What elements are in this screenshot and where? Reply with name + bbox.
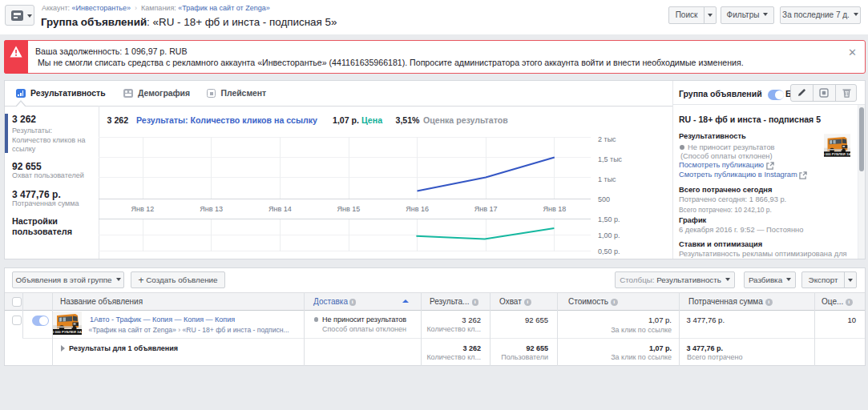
svg-text:Янв 12: Янв 12 <box>131 205 155 213</box>
svg-text:1 тыс: 1 тыс <box>598 175 616 183</box>
svg-text:1,5 тыс: 1,5 тыс <box>598 155 623 163</box>
svg-text:70 000 РУБЛЕЙ ЗА 1: 70 000 РУБЛЕЙ ЗА 1 <box>53 330 82 334</box>
svg-text:Янв 14: Янв 14 <box>268 205 292 213</box>
svg-text:70 000 РУБЛЕЙ ЗА 1: 70 000 РУБЛЕЙ ЗА 1 <box>824 152 850 156</box>
svg-text:500: 500 <box>598 195 610 203</box>
svg-text:Янв 17: Янв 17 <box>474 205 498 213</box>
svg-text:1,00 р.: 1,00 р. <box>598 231 620 239</box>
svg-text:1,50 р.: 1,50 р. <box>598 215 620 223</box>
svg-text:0,50 р.: 0,50 р. <box>598 247 620 255</box>
svg-text:Янв 15: Янв 15 <box>337 205 361 213</box>
svg-text:Янв 16: Янв 16 <box>406 205 429 213</box>
svg-text:Янв 13: Янв 13 <box>200 205 223 213</box>
svg-text:2 тыс: 2 тыс <box>598 135 616 143</box>
svg-text:Янв 18: Янв 18 <box>543 205 567 213</box>
